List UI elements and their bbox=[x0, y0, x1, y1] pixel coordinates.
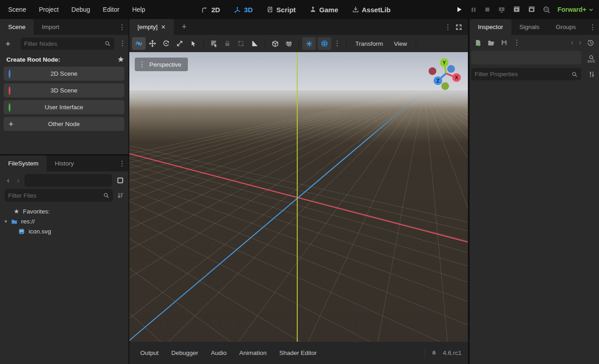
menu-debug[interactable]: Debug bbox=[65, 3, 96, 16]
bottom-tab-audio[interactable]: Audio bbox=[205, 349, 233, 356]
load-resource-button[interactable] bbox=[487, 39, 495, 47]
scene-tabs-menu-button[interactable]: ⋮ bbox=[442, 24, 454, 31]
scene-tab-empty[interactable]: [empty] × bbox=[129, 19, 174, 35]
close-tab-icon[interactable]: × bbox=[161, 23, 165, 31]
bottom-tab-animation[interactable]: Animation bbox=[233, 349, 273, 356]
select-tool-button[interactable] bbox=[187, 37, 200, 50]
history-button[interactable] bbox=[587, 39, 594, 47]
fs-file-row[interactable]: icon.svg bbox=[0, 226, 128, 236]
create-3d-scene-button[interactable]: 3D Scene bbox=[4, 83, 124, 97]
tab-inspector[interactable]: Inspector bbox=[470, 19, 511, 35]
button-label: 3D Scene bbox=[50, 87, 77, 94]
fs-sort-button[interactable] bbox=[117, 192, 124, 199]
view-menu[interactable]: View bbox=[388, 40, 412, 47]
scene-tree-menu-button[interactable]: ⋮ bbox=[119, 40, 126, 47]
filter-properties-input[interactable] bbox=[475, 71, 571, 78]
tab-history[interactable]: History bbox=[47, 155, 82, 171]
fs-dock-menu-button[interactable]: ⋮ bbox=[116, 160, 128, 167]
rotate-tool-button[interactable] bbox=[159, 37, 173, 50]
inspector-forward-button[interactable]: › bbox=[579, 39, 581, 47]
fs-path-input[interactable] bbox=[28, 177, 108, 184]
list-select-button[interactable] bbox=[207, 37, 221, 50]
bottom-tab-output[interactable]: Output bbox=[134, 349, 165, 356]
remote-monitor-icon bbox=[498, 6, 506, 14]
workspace-tab-2d[interactable]: 2D bbox=[201, 6, 220, 14]
stop-button[interactable] bbox=[484, 6, 491, 13]
neg-z-ball bbox=[447, 65, 455, 73]
pause-button[interactable] bbox=[470, 6, 477, 13]
movie-maker-button[interactable] bbox=[543, 6, 550, 14]
renderer-select[interactable]: Forward+ bbox=[558, 6, 594, 13]
main-editor-column: [empty] × + ⋮ bbox=[129, 19, 468, 364]
scale-tool-button[interactable] bbox=[173, 37, 187, 50]
fs-item-label: icon.svg bbox=[29, 228, 51, 235]
fs-back-button[interactable]: ‹ bbox=[5, 176, 12, 185]
tab-signals[interactable]: Signals bbox=[511, 19, 548, 35]
save-resource-button[interactable] bbox=[501, 39, 508, 46]
bottom-tab-debugger[interactable]: Debugger bbox=[165, 349, 205, 356]
filter-files-input[interactable] bbox=[8, 192, 103, 199]
fs-root-row[interactable]: ▾ res:// bbox=[0, 216, 128, 226]
notification-bell-icon[interactable] bbox=[431, 349, 437, 356]
tab-groups[interactable]: Groups bbox=[548, 19, 584, 35]
play-custom-scene-button[interactable] bbox=[528, 6, 535, 14]
viewport-3d[interactable]: ⋮ Perspective Y X Z bbox=[129, 52, 468, 342]
search-docs-button[interactable]: DOC bbox=[588, 54, 595, 63]
menu-project[interactable]: Project bbox=[33, 3, 65, 16]
remote-debug-button[interactable] bbox=[498, 6, 506, 14]
inspector-menu-button[interactable]: ⋮ bbox=[586, 24, 599, 31]
property-tools-button[interactable] bbox=[588, 71, 595, 78]
favorites-star-icon[interactable]: ★ bbox=[118, 55, 124, 63]
inspector-back-button[interactable]: ‹ bbox=[571, 39, 573, 47]
version-label[interactable]: 4.6.rc1 bbox=[443, 349, 462, 356]
expand-viewport-icon[interactable] bbox=[455, 24, 462, 31]
workspace-tab-game[interactable]: Game bbox=[309, 6, 339, 14]
fs-favorites-row[interactable]: ★ Favorites: bbox=[0, 206, 128, 216]
fs-split-mode-button[interactable] bbox=[117, 177, 124, 184]
create-2d-scene-button[interactable]: 2D Scene bbox=[4, 67, 124, 81]
transform-menu[interactable]: Transform bbox=[350, 40, 388, 47]
play-scene-button[interactable] bbox=[513, 6, 520, 14]
workspace-tab-3d[interactable]: 3D bbox=[234, 6, 253, 14]
tab-import[interactable]: Import bbox=[34, 19, 67, 35]
local-space-button[interactable] bbox=[268, 37, 282, 50]
workspace-tab-script[interactable]: Script bbox=[266, 6, 296, 14]
scene-dock-menu-button[interactable]: ⋮ bbox=[116, 24, 128, 31]
workspace-tab-assetlib[interactable]: AssetLib bbox=[352, 6, 390, 14]
scale-tool-icon bbox=[176, 39, 184, 48]
filter-properties-box bbox=[471, 68, 581, 80]
sun-environ-menu-button[interactable]: ⋮ bbox=[331, 40, 343, 47]
resource-name-input[interactable] bbox=[475, 54, 578, 61]
new-resource-button[interactable] bbox=[474, 39, 482, 47]
menu-editor[interactable]: Editor bbox=[97, 3, 126, 16]
add-node-button[interactable]: + bbox=[5, 39, 11, 48]
neg-y-ball bbox=[442, 83, 449, 90]
perspective-button[interactable]: ⋮ Perspective bbox=[135, 58, 188, 71]
create-other-node-button[interactable]: + Other Node bbox=[4, 117, 124, 131]
fs-forward-button[interactable]: › bbox=[15, 176, 22, 185]
ruler-mode-button[interactable] bbox=[248, 37, 261, 50]
new-scene-tab-button[interactable]: + bbox=[174, 19, 195, 35]
play-button[interactable] bbox=[456, 6, 463, 13]
menu-help[interactable]: Help bbox=[126, 3, 152, 16]
bottom-tab-shader-editor[interactable]: Shader Editor bbox=[273, 349, 323, 356]
filter-nodes-input[interactable] bbox=[24, 40, 104, 47]
snap-mode-button[interactable] bbox=[282, 37, 295, 50]
plus-icon: + bbox=[9, 120, 14, 128]
create-ui-scene-button[interactable]: User Interface bbox=[4, 100, 124, 114]
collapse-chevron-icon[interactable]: ▾ bbox=[5, 218, 7, 224]
toolbar-separator bbox=[203, 39, 204, 48]
view-axes-gizmo[interactable]: Y X Z bbox=[422, 54, 467, 95]
orbit-tool-button[interactable] bbox=[132, 37, 146, 50]
lock-selected-button[interactable] bbox=[221, 37, 234, 50]
resource-menu-button[interactable]: ⋮ bbox=[513, 39, 520, 46]
tab-filesystem[interactable]: FileSystem bbox=[0, 155, 47, 171]
preview-sun-toggle[interactable] bbox=[302, 37, 316, 50]
menu-scene[interactable]: Scene bbox=[2, 3, 33, 16]
move-tool-button[interactable] bbox=[146, 37, 159, 50]
tab-scene[interactable]: Scene bbox=[0, 19, 34, 35]
preview-environment-toggle[interactable] bbox=[318, 37, 331, 50]
folder-icon bbox=[11, 218, 18, 225]
fs-tree: ★ Favorites: ▾ res:// icon.svg bbox=[0, 206, 128, 236]
group-selected-button[interactable] bbox=[234, 37, 248, 50]
